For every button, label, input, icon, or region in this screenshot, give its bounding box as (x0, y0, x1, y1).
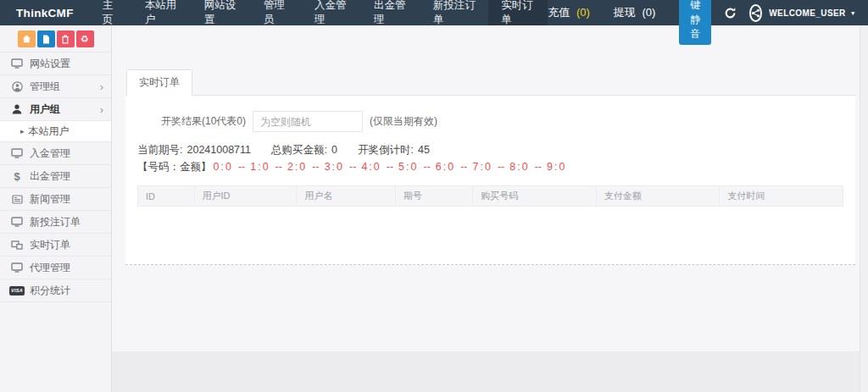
number-amount-pair: 9:0 (547, 161, 566, 173)
number-amount-pair: 1:0 (250, 161, 270, 173)
dollar-icon: $ (9, 170, 25, 183)
countdown-label: 开奖倒计时: (358, 144, 414, 156)
monitor-icon (9, 262, 25, 273)
col-pay-time: 支付时间 (720, 186, 843, 207)
current-period: 当前期号:20241008711 (137, 143, 251, 157)
sidebar-item-admin-group[interactable]: 管理组 › (0, 75, 111, 98)
file-icon[interactable] (37, 30, 55, 47)
nav-item-site-settings[interactable]: 网站设置 (192, 0, 251, 25)
user-menu[interactable]: WELCOME_USER ▼ (769, 8, 856, 18)
current-period-value: 20241008711 (186, 144, 251, 156)
share-icon (751, 8, 760, 18)
sidebar-item-site-users[interactable]: ▸ 本站用户 (0, 121, 111, 142)
withdraw-count: (0) (642, 6, 655, 19)
sidebar-item-label: 管理组 (30, 80, 60, 94)
col-amount: 支付金额 (596, 186, 720, 207)
caret-right-icon: ▸ (20, 127, 25, 135)
sidebar-item-realtime-orders[interactable]: 实时订单 (0, 234, 111, 257)
sidebar-item-user-group[interactable]: 用户组 › (0, 98, 111, 121)
realtime-orders-panel: 开奖结果(10代表0) (仅限当期有效) 当前期号:20241008711 总购… (125, 96, 855, 265)
scrollbar[interactable] (860, 25, 868, 392)
trash-icon[interactable] (57, 30, 75, 47)
nav-item-new-bets[interactable]: 新投注订单 (420, 0, 488, 25)
nav-item-deposit[interactable]: 入金管理 (302, 0, 361, 25)
visa-icon: VISA (9, 286, 25, 295)
table-header-row: ID 用户ID 用户名 期号 购买号码 支付金额 支付时间 (138, 186, 843, 207)
col-numbers: 购买号码 (473, 186, 597, 207)
nav-item-withdraw[interactable]: 出金管理 (361, 0, 420, 25)
recharge-count: (0) (576, 6, 590, 19)
number-amount-pair: 0:0 (214, 161, 233, 173)
sidebar-item-new-bets[interactable]: 新投注订单 (0, 211, 111, 234)
chevron-right-icon: › (100, 81, 103, 92)
total-purchase-value: 0 (331, 144, 337, 156)
sidebar-item-label: 新投注订单 (30, 215, 81, 229)
period-info-row: 当前期号:20241008711 总购买金额:0 开奖倒计时:45 (137, 143, 843, 157)
total-purchase: 总购买金额:0 (271, 143, 337, 157)
avatar[interactable] (749, 4, 762, 22)
recharge-counter[interactable]: 充值 (0) (548, 5, 590, 20)
number-amount-prefix: 【号码：金额】 (137, 161, 212, 173)
number-amount-pair: 8:0 (509, 161, 529, 173)
content-bottom-strip (112, 351, 868, 392)
recycle-icon[interactable]: ♻ (76, 30, 94, 47)
lottery-result-form: 开奖结果(10代表0) (仅限当期有效) (137, 111, 843, 132)
sidebar-item-label: 实时订单 (30, 238, 70, 252)
recharge-label: 充值 (548, 6, 570, 19)
tab-realtime-orders[interactable]: 实时订单 (126, 69, 192, 96)
sidebar-item-label: 代理管理 (30, 261, 70, 275)
sidebar-menu: 网站设置 管理组 › 用户组 › ▸ 本站用户 (0, 52, 111, 302)
sidebar-quick-buttons: ♻ (0, 25, 111, 52)
sidebar-item-label: 入金管理 (30, 146, 70, 161)
tabs-row: 实时订单 (125, 72, 855, 96)
caret-down-icon: ▼ (850, 10, 856, 16)
username-text: WELCOME_USER (769, 8, 845, 18)
countdown: 开奖倒计时:45 (358, 143, 430, 157)
sidebar-item-news[interactable]: 新闻管理 (0, 188, 111, 211)
sidebar: ♻ 网站设置 管理组 › 用户组 (0, 25, 112, 392)
number-amount-pair: 7:0 (473, 161, 492, 173)
number-amount-pair: 6:0 (436, 161, 455, 173)
sidebar-item-label: 网站设置 (30, 57, 70, 71)
orders-table: ID 用户ID 用户名 期号 购买号码 支付金额 支付时间 (137, 185, 843, 207)
home-icon[interactable] (18, 30, 36, 47)
monitor-icon (9, 148, 25, 158)
nav-item-realtime-orders[interactable]: 实时订单 (488, 0, 548, 25)
monitor-icon (9, 58, 25, 69)
number-amount-pair: 5:0 (398, 161, 418, 173)
sidebar-item-deposit[interactable]: 入金管理 (0, 142, 111, 165)
sidebar-item-points[interactable]: VISA 积分统计 (0, 279, 111, 302)
total-purchase-label: 总购买金额: (271, 144, 327, 156)
mute-all-button[interactable]: 一键静音 (679, 0, 711, 45)
nav-item-site-users[interactable]: 本站用户 (132, 0, 192, 25)
sidebar-item-site-settings[interactable]: 网站设置 (0, 52, 111, 75)
admin-screen: ThinkCMF 主页 本站用户 网站设置 管理员 入金管理 出金管理 新投注订… (0, 0, 868, 392)
lottery-result-label: 开奖结果(10代表0) (137, 114, 246, 129)
withdraw-counter[interactable]: 提现 (0) (614, 5, 656, 20)
sidebar-item-label: 出金管理 (30, 169, 70, 184)
lottery-result-input[interactable] (253, 111, 363, 132)
user-circle-icon (9, 81, 25, 92)
lottery-result-hint: (仅限当期有效) (370, 114, 437, 129)
refresh-icon[interactable] (724, 7, 737, 19)
number-amount-pair: 4:0 (361, 161, 381, 173)
sidebar-item-label: 新闻管理 (30, 192, 70, 207)
withdraw-label: 提现 (614, 6, 636, 19)
chevron-right-icon: › (100, 104, 103, 115)
top-navbar: ThinkCMF 主页 本站用户 网站设置 管理员 入金管理 出金管理 新投注订… (0, 0, 868, 25)
sidebar-item-label: 积分统计 (30, 284, 70, 298)
nav-item-home[interactable]: 主页 (90, 0, 132, 25)
monitor-icon (9, 217, 25, 227)
main-content: 实时订单 开奖结果(10代表0) (仅限当期有效) 当前期号:202410087… (112, 25, 868, 392)
app-logo: ThinkCMF (0, 0, 90, 25)
col-period: 期号 (395, 186, 473, 207)
sidebar-item-agents[interactable]: 代理管理 (0, 257, 111, 279)
number-amount-row: 【号码：金额】0:0--1:0--2:0--3:0--4:0--5:0--6:0… (137, 160, 843, 174)
nav-item-admins[interactable]: 管理员 (251, 0, 302, 25)
col-username: 用户名 (297, 186, 395, 207)
col-user-id: 用户ID (194, 186, 297, 207)
news-icon (9, 195, 25, 204)
number-amount-pair: 3:0 (325, 161, 344, 173)
sidebar-item-withdraw[interactable]: $ 出金管理 (0, 165, 111, 188)
navbar-right-cluster: 充值 (0) 提现 (0) 一键静音 (548, 0, 868, 25)
